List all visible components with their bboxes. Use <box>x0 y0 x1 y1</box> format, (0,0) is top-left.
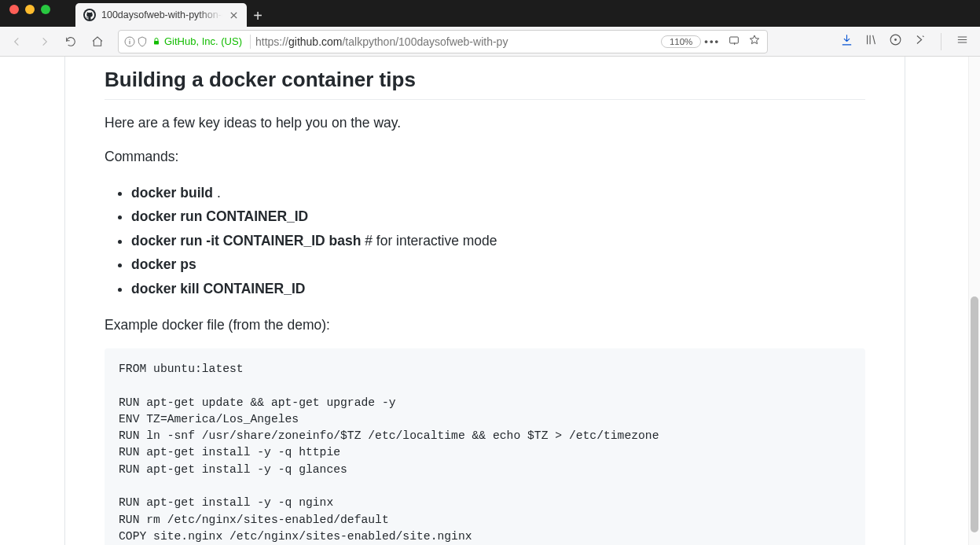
tab-strip: 100daysofweb-with-python-co + <box>60 0 980 27</box>
urlbar-right-icons: ••• <box>704 34 762 50</box>
downloads-icon[interactable] <box>840 33 853 50</box>
toolbar-right <box>777 33 974 50</box>
zoom-indicator[interactable]: 110% <box>661 35 701 48</box>
bookmark-star-icon[interactable] <box>748 34 761 50</box>
url-bar[interactable]: GitHub, Inc. (US) https://github.com/tal… <box>118 30 768 53</box>
svg-rect-1 <box>154 41 159 45</box>
minimize-window-button[interactable] <box>25 5 35 14</box>
site-info-icon[interactable] <box>123 35 136 48</box>
title-bar: 100daysofweb-with-python-co + <box>0 0 980 27</box>
list-item: docker ps <box>131 252 865 277</box>
site-identity[interactable]: GitHub, Inc. (US) <box>152 35 242 47</box>
vertical-scrollbar[interactable] <box>968 57 980 545</box>
list-item: docker kill CONTAINER_ID <box>131 277 865 301</box>
new-tab-button[interactable]: + <box>247 5 269 27</box>
svg-point-4 <box>894 39 897 41</box>
extension-icon[interactable] <box>889 33 902 50</box>
page-content: Building a docker container tips Here ar… <box>0 57 968 545</box>
maximize-window-button[interactable] <box>41 5 50 14</box>
library-icon[interactable] <box>864 33 878 50</box>
back-button[interactable] <box>6 31 28 53</box>
close-window-button[interactable] <box>9 5 19 14</box>
section-heading: Building a docker container tips <box>105 68 865 100</box>
intro-paragraph: Here are a few key ideas to help you on … <box>105 112 865 133</box>
commands-label: Commands: <box>105 146 865 167</box>
content-border-right <box>905 57 905 545</box>
overflow-icon[interactable] <box>913 33 927 50</box>
reader-view-icon[interactable] <box>728 34 740 50</box>
site-identity-label: GitHub, Inc. (US) <box>164 35 242 47</box>
window-controls <box>0 5 60 22</box>
dockerfile-code-block: FROM ubuntu:latest RUN apt-get update &&… <box>105 348 865 545</box>
browser-tab[interactable]: 100daysofweb-with-python-co <box>75 3 247 27</box>
list-item: docker run CONTAINER_ID <box>131 204 865 229</box>
tracking-shield-icon[interactable] <box>136 35 149 48</box>
home-button[interactable] <box>86 31 108 53</box>
page-actions-icon[interactable]: ••• <box>704 35 720 47</box>
list-item: docker run -it CONTAINER_ID bash # for i… <box>131 229 865 253</box>
commands-list: docker build .docker run CONTAINER_IDdoc… <box>105 181 865 301</box>
list-item: docker build . <box>131 181 865 205</box>
tab-title: 100daysofweb-with-python-co <box>101 9 222 20</box>
toolbar-separator <box>941 33 941 50</box>
browser-toolbar: GitHub, Inc. (US) https://github.com/tal… <box>0 27 980 57</box>
forward-button[interactable] <box>33 31 55 53</box>
tab-close-button[interactable] <box>228 9 239 20</box>
scrollbar-thumb[interactable] <box>971 296 978 532</box>
app-menu-button[interactable] <box>956 33 969 50</box>
example-label: Example docker file (from the demo): <box>105 315 865 335</box>
url-text: https://github.com/talkpython/100daysofw… <box>255 35 661 48</box>
github-favicon-icon <box>83 9 96 21</box>
readme-body: Building a docker container tips Here ar… <box>65 57 905 545</box>
reload-button[interactable] <box>60 31 82 53</box>
svg-rect-2 <box>730 37 739 43</box>
viewport: Building a docker container tips Here ar… <box>0 57 980 545</box>
urlbar-separator <box>250 35 251 49</box>
